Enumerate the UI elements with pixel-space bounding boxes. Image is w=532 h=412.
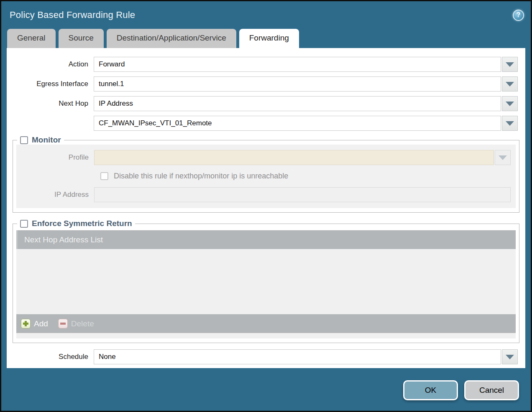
profile-label: Profile xyxy=(21,153,94,162)
next-hop-combo: IP Address xyxy=(94,96,518,111)
next-hop-address-list-body[interactable] xyxy=(16,249,516,314)
next-hop-address-list-toolbar: Add Delete xyxy=(16,314,516,333)
tab-bar: General Source Destination/Application/S… xyxy=(1,28,531,48)
tab-content: Action Forward Egress Interface tunnel.1… xyxy=(7,48,525,368)
action-combo: Forward xyxy=(94,57,518,72)
next-hop-address-row: CF_MWAN_IPsec_VTI_01_Remote xyxy=(14,116,518,131)
action-row: Action Forward xyxy=(14,57,518,72)
symmetric-return-legend-label: Enforce Symmetric Return xyxy=(32,219,132,228)
chevron-down-icon xyxy=(499,155,507,160)
symmetric-return-section: Enforce Symmetric Return Next Hop Addres… xyxy=(13,219,519,343)
profile-dropdown-button xyxy=(495,150,511,165)
monitor-legend-label: Monitor xyxy=(32,135,61,145)
next-hop-address-list-header: Next Hop Address List xyxy=(16,230,516,249)
next-hop-address-dropdown-button[interactable] xyxy=(502,116,518,131)
add-button[interactable]: Add xyxy=(21,319,48,328)
monitor-section: Monitor Profile Disable this rule if nex… xyxy=(13,135,519,213)
profile-row: Profile xyxy=(21,150,511,165)
minus-icon xyxy=(58,319,68,328)
dialog-titlebar: Policy Based Forwarding Rule ? xyxy=(1,1,531,28)
symmetric-return-checkbox[interactable] xyxy=(20,220,28,228)
tab-forwarding[interactable]: Forwarding xyxy=(239,29,299,48)
egress-interface-dropdown-button[interactable] xyxy=(502,76,518,92)
schedule-dropdown-button[interactable] xyxy=(502,349,518,364)
schedule-label: Schedule xyxy=(14,353,94,361)
monitor-ip-address-input xyxy=(94,187,511,202)
next-hop-address-list-table: Next Hop Address List Add Delete xyxy=(16,230,516,338)
action-dropdown-button[interactable] xyxy=(502,57,518,72)
ok-button[interactable]: OK xyxy=(403,380,458,400)
help-icon[interactable]: ? xyxy=(513,10,524,21)
schedule-combo: None xyxy=(94,349,518,364)
symmetric-return-legend: Enforce Symmetric Return xyxy=(17,219,135,228)
tab-source[interactable]: Source xyxy=(59,29,104,48)
egress-interface-combo: tunnel.1 xyxy=(94,76,518,92)
pbf-rule-dialog: Policy Based Forwarding Rule ? General S… xyxy=(0,0,532,412)
disable-rule-checkbox xyxy=(100,172,108,180)
disable-rule-label: Disable this rule if nexthop/monitor ip … xyxy=(114,172,288,181)
chevron-down-icon xyxy=(506,82,514,86)
next-hop-label: Next Hop xyxy=(14,99,94,108)
plus-icon xyxy=(21,319,31,328)
monitor-legend: Monitor xyxy=(17,135,64,145)
schedule-row: Schedule None xyxy=(14,349,518,364)
table-scroll-strip xyxy=(16,333,516,338)
tab-general[interactable]: General xyxy=(7,29,56,48)
schedule-value[interactable]: None xyxy=(94,349,501,364)
cancel-button[interactable]: Cancel xyxy=(464,380,519,400)
egress-interface-label: Egress Interface xyxy=(14,80,94,88)
delete-button-label: Delete xyxy=(71,319,94,328)
action-label: Action xyxy=(14,60,94,69)
monitor-ip-address-row: IP Address xyxy=(21,187,511,202)
profile-value xyxy=(94,150,494,165)
add-button-label: Add xyxy=(34,319,48,328)
next-hop-address-value[interactable]: CF_MWAN_IPsec_VTI_01_Remote xyxy=(94,116,501,131)
monitor-ip-address-label: IP Address xyxy=(21,191,94,199)
egress-interface-value[interactable]: tunnel.1 xyxy=(94,76,501,92)
chevron-down-icon xyxy=(506,121,514,126)
chevron-down-icon xyxy=(506,62,514,67)
dialog-title: Policy Based Forwarding Rule xyxy=(10,10,135,20)
next-hop-type-value[interactable]: IP Address xyxy=(94,96,501,111)
dialog-action-bar: OK Cancel xyxy=(403,380,519,400)
monitor-checkbox[interactable] xyxy=(20,136,28,144)
next-hop-row: Next Hop IP Address xyxy=(14,96,518,111)
delete-button: Delete xyxy=(58,319,94,328)
next-hop-dropdown-button[interactable] xyxy=(502,96,518,111)
action-value[interactable]: Forward xyxy=(94,57,501,72)
chevron-down-icon xyxy=(506,355,514,359)
profile-combo xyxy=(94,150,511,165)
next-hop-address-combo: CF_MWAN_IPsec_VTI_01_Remote xyxy=(94,116,518,131)
chevron-down-icon xyxy=(506,102,514,106)
egress-interface-row: Egress Interface tunnel.1 xyxy=(14,76,518,92)
monitor-panel: Profile Disable this rule if nexthop/mon… xyxy=(16,145,516,208)
tab-destination-application-service[interactable]: Destination/Application/Service xyxy=(107,29,236,48)
disable-rule-row: Disable this rule if nexthop/monitor ip … xyxy=(100,172,511,181)
